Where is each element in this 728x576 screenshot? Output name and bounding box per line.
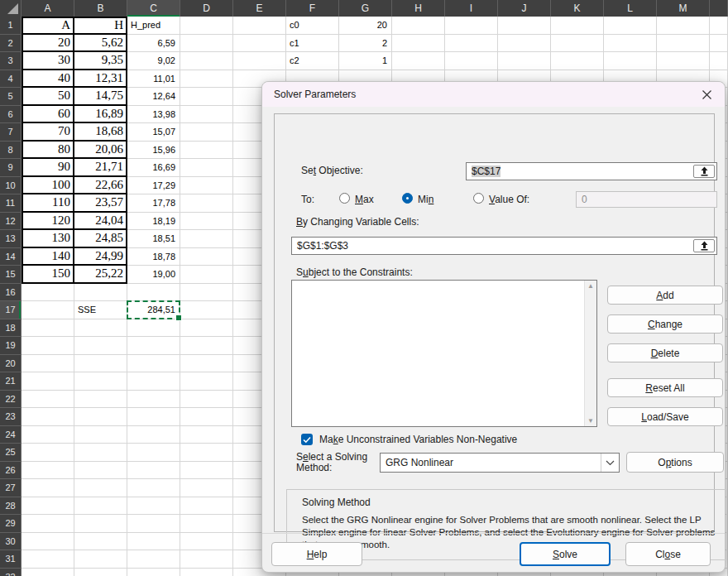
cell-K1[interactable] <box>551 17 604 35</box>
column-header-E[interactable]: E <box>233 0 286 17</box>
cell-L1[interactable] <box>604 17 657 35</box>
cell-D16[interactable] <box>180 284 233 302</box>
cell-D27[interactable] <box>180 479 233 497</box>
column-header-A[interactable]: A <box>22 0 74 17</box>
cell-C15[interactable]: 19,00 <box>127 266 180 284</box>
cell-H2[interactable] <box>392 35 445 53</box>
max-radio[interactable] <box>339 193 350 204</box>
cell-C32[interactable] <box>127 569 180 576</box>
cell-M2[interactable] <box>657 35 710 53</box>
row-header-17[interactable]: 17 <box>0 301 22 319</box>
cell-B20[interactable] <box>74 355 127 373</box>
cell-D11[interactable] <box>180 194 233 213</box>
cell-C14[interactable]: 18,78 <box>127 248 180 266</box>
cell-B28[interactable] <box>74 497 127 516</box>
non-negative-label[interactable]: Make Unconstrained Variables Non-Negativ… <box>319 434 517 445</box>
cell-B12[interactable]: 24,04 <box>74 213 127 231</box>
cell-C10[interactable]: 17,29 <box>127 177 180 195</box>
cell-B2[interactable]: 5,62 <box>74 35 127 53</box>
row-header-10[interactable]: 10 <box>0 177 22 195</box>
cell-I1[interactable] <box>445 17 498 35</box>
set-objective-input[interactable]: $C$17 <box>466 162 717 180</box>
cell-B30[interactable] <box>74 533 127 551</box>
cell-D12[interactable] <box>180 213 233 231</box>
column-header-K[interactable]: K <box>551 0 604 17</box>
row-header-21[interactable]: 21 <box>0 372 22 391</box>
cell-B9[interactable]: 21,71 <box>74 159 127 177</box>
reset-all-button[interactable]: Reset All <box>607 378 723 397</box>
cell-H1[interactable] <box>392 17 445 35</box>
solve-button[interactable]: Solve <box>520 542 611 566</box>
row-header-11[interactable]: 11 <box>0 194 22 213</box>
cell-E1[interactable] <box>233 17 286 35</box>
cell-A13[interactable]: 130 <box>22 230 74 248</box>
cell-L2[interactable] <box>604 35 657 53</box>
row-header-16[interactable]: 16 <box>0 284 22 302</box>
cell-I3[interactable] <box>445 52 498 70</box>
cell-B22[interactable] <box>74 391 127 409</box>
cell-C19[interactable] <box>127 337 180 355</box>
cell-B16[interactable] <box>74 284 127 302</box>
change-button[interactable]: Change <box>607 314 723 334</box>
row-header-13[interactable]: 13 <box>0 230 22 248</box>
cell-B8[interactable]: 20,06 <box>74 142 127 160</box>
row-header-1[interactable]: 1 <box>0 17 22 35</box>
cell-D19[interactable] <box>180 337 233 355</box>
row-header-32[interactable]: 32 <box>0 569 22 576</box>
row-header-15[interactable]: 15 <box>0 266 22 284</box>
cell-A23[interactable] <box>22 408 74 426</box>
cell-C6[interactable]: 13,98 <box>127 106 180 124</box>
cell-A18[interactable] <box>22 319 74 338</box>
close-button[interactable] <box>701 89 713 101</box>
cell-C12[interactable]: 18,19 <box>127 213 180 231</box>
help-button[interactable]: Help <box>271 542 362 566</box>
column-header-B[interactable]: B <box>74 0 127 17</box>
load-save-button[interactable]: Load/Save <box>607 407 723 426</box>
max-radio-label[interactable]: Max <box>355 194 374 205</box>
cell-C25[interactable] <box>127 444 180 462</box>
cell-C22[interactable] <box>127 391 180 409</box>
cell-C26[interactable] <box>127 462 180 480</box>
cell-A16[interactable] <box>22 284 74 302</box>
cell-A2[interactable]: 20 <box>22 35 74 53</box>
cell-A8[interactable]: 80 <box>22 142 74 160</box>
cell-A26[interactable] <box>22 462 74 480</box>
cell-D32[interactable] <box>180 569 233 576</box>
cell-D6[interactable] <box>180 106 233 124</box>
cell-L3[interactable] <box>604 52 657 70</box>
cell-C24[interactable] <box>127 426 180 444</box>
cell-F3[interactable]: c2 <box>286 52 339 70</box>
cell-D14[interactable] <box>180 248 233 266</box>
cell-D2[interactable] <box>180 35 233 53</box>
cell-A7[interactable]: 70 <box>22 123 74 142</box>
cell-D26[interactable] <box>180 462 233 480</box>
cell-D13[interactable] <box>180 230 233 248</box>
cell-C29[interactable] <box>127 515 180 533</box>
cell-A11[interactable]: 110 <box>22 194 74 213</box>
cell-C18[interactable] <box>127 319 180 338</box>
row-header-25[interactable]: 25 <box>0 444 22 462</box>
row-header-26[interactable]: 26 <box>0 462 22 480</box>
cell-C2[interactable]: 6,59 <box>127 35 180 53</box>
row-header-27[interactable]: 27 <box>0 479 22 497</box>
cell-B11[interactable]: 23,57 <box>74 194 127 213</box>
cell-K2[interactable] <box>551 35 604 53</box>
cell-C21[interactable] <box>127 372 180 391</box>
row-header-8[interactable]: 8 <box>0 142 22 160</box>
row-header-12[interactable]: 12 <box>0 213 22 231</box>
cell-D3[interactable] <box>180 52 233 70</box>
cell-C31[interactable] <box>127 550 180 569</box>
cell-C27[interactable] <box>127 479 180 497</box>
cell-B4[interactable]: 12,31 <box>74 70 127 89</box>
cell-B6[interactable]: 16,89 <box>74 106 127 124</box>
row-header-31[interactable]: 31 <box>0 550 22 569</box>
cell-A22[interactable] <box>22 391 74 409</box>
cell-B32[interactable] <box>74 569 127 576</box>
row-header-23[interactable]: 23 <box>0 408 22 426</box>
cell-C5[interactable]: 12,64 <box>127 88 180 106</box>
cell-F2[interactable]: c1 <box>286 35 339 53</box>
cell-N2[interactable] <box>710 35 728 53</box>
cell-N1[interactable] <box>710 17 728 35</box>
cell-B23[interactable] <box>74 408 127 426</box>
row-header-24[interactable]: 24 <box>0 426 22 444</box>
